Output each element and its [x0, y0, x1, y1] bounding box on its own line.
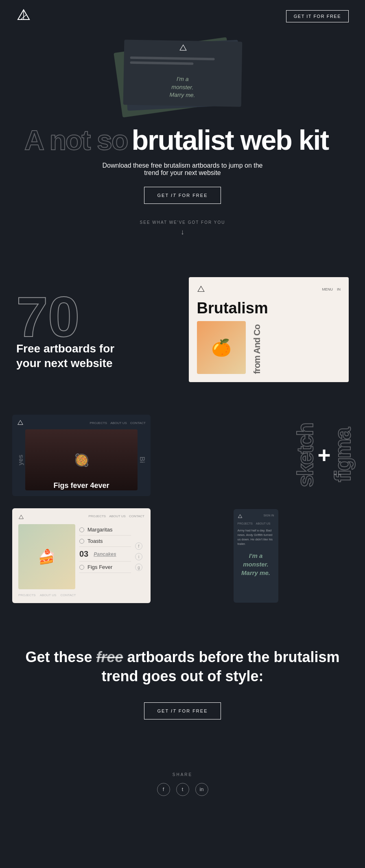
sketch-figma-vertical: sketch: [295, 424, 316, 487]
share-facebook-button[interactable]: f: [157, 783, 170, 796]
food-list-preview-container: PROJECTSABOUT USCONTACT 🍰 Margaritas Toa…: [12, 508, 151, 603]
phone-card-nav: SIGN IN: [263, 514, 274, 519]
section-phone-food: PROJECTSABOUT USCONTACT 🍰 Margaritas Toa…: [0, 504, 365, 615]
food-item-margaritas: Margaritas: [79, 524, 131, 536]
figs-title: Figs fever 4ever: [53, 481, 109, 490]
section-70-right: MENUIN Brutalism 🍊 from And Co: [189, 277, 349, 382]
svg-marker-3: [180, 45, 186, 50]
brutalism-side-text: from And Co: [252, 321, 262, 374]
phone-card: SIGN IN PROJECTS ABOUT US Army had half …: [234, 509, 278, 603]
figs-preview-container: PROJECTSABOUT USCONTACT yes 🥘 Bi Figs fe…: [12, 415, 151, 496]
phone-card-body: Army had half a day. Bad news. Andy Grif…: [238, 528, 274, 547]
food-img-placeholder: 🍰: [18, 524, 75, 589]
hero-title-solid: brutalist web kit: [131, 126, 328, 154]
food-list-body: 🍰 Margaritas Toasts 03 Pancakes: [18, 524, 144, 589]
share-twitter-button[interactable]: t: [176, 783, 189, 796]
see-what-label: SEE WHAT WE'VE GOT FOR YOU: [16, 220, 349, 225]
food-radio-4: [79, 565, 84, 570]
food-list-nav: PROJECTSABOUT USCONTACT: [89, 514, 145, 520]
hero-mockup: I'm amonster.Marry me. I'm amonster.Marr…: [118, 41, 248, 114]
food-item-pancakes-label: Pancakes: [94, 551, 116, 557]
food-side-icons: f i g: [135, 524, 144, 589]
food-item-toasts: Toasts: [79, 536, 131, 547]
svg-marker-5: [18, 420, 23, 425]
section-figs: PROJECTSABOUT USCONTACT yes 🥘 Bi Figs fe…: [0, 407, 365, 504]
figs-logo: [17, 420, 24, 426]
brutalism-preview: MENUIN Brutalism 🍊 from And Co: [189, 277, 349, 382]
brutalism-preview-img: 🍊: [197, 321, 246, 374]
twitter-icon: t: [182, 786, 184, 792]
food-number: 03: [79, 549, 88, 559]
arrow-down: ↓: [16, 228, 349, 236]
food-list-preview: PROJECTSABOUT USCONTACT 🍰 Margaritas Toa…: [12, 508, 151, 603]
section-70-left: 70 Free artboards for your next website: [16, 289, 177, 371]
brutalism-preview-title: Brutalism: [197, 300, 341, 317]
food-side-icon-2: i: [135, 553, 142, 560]
bottom-cta-section: Get these free artboards before the brut…: [0, 615, 365, 764]
food-footer-nav: PROJECTSABOUT USCONTACT: [18, 593, 144, 597]
linkedin-icon: in: [199, 786, 203, 792]
hero-cta-it: IT: [171, 193, 177, 198]
svg-marker-4: [198, 286, 204, 291]
share-linkedin-button[interactable]: in: [195, 783, 208, 796]
logo: [16, 8, 31, 24]
facebook-icon: f: [163, 786, 164, 792]
bottom-cta-free: free: [96, 649, 123, 665]
food-list-logo: [18, 514, 24, 520]
figs-right-letters: Bi: [138, 457, 146, 463]
hero-section: I'm amonster.Marry me. I'm amonster.Marr…: [0, 33, 365, 253]
big-number: 70: [16, 289, 177, 345]
share-section: SHARE f t in: [0, 764, 365, 812]
svg-marker-6: [19, 515, 24, 519]
food-list-header: PROJECTSABOUT USCONTACT: [18, 514, 144, 520]
mockup-card-front: I'm amonster.Marry me.: [123, 39, 242, 107]
hero-cta-button[interactable]: GET IT FOR FREE: [144, 187, 221, 204]
food-items-list: Margaritas Toasts 03 Pancakes Figs Fever: [79, 524, 131, 589]
figs-nav: PROJECTSABOUT USCONTACT: [90, 421, 146, 425]
header: GET IT FOR FREE: [0, 0, 365, 33]
hero-subtitle: Download these free brutalism artboards …: [101, 162, 264, 177]
bottom-cta-it: IT: [171, 708, 177, 713]
bottom-cta-button[interactable]: GET IT FOR FREE: [144, 702, 221, 719]
share-label: SHARE: [16, 772, 349, 777]
food-item-pancakes: 03 Pancakes: [79, 547, 131, 562]
food-side-icon-1: f: [135, 542, 142, 550]
plus-symbol: +: [317, 444, 330, 466]
phone-card-italic: I'm a monster. Marry me.: [238, 551, 274, 577]
section-70: 70 Free artboards for your next website …: [0, 253, 365, 407]
svg-marker-7: [238, 514, 242, 518]
phone-card-logo: [238, 514, 243, 519]
figs-preview: PROJECTSABOUT USCONTACT yes 🥘 Bi Figs fe…: [12, 415, 151, 496]
phone-card-links: PROJECTS ABOUT US: [238, 522, 274, 525]
food-radio-2: [79, 539, 84, 544]
figma-text-group: figma: [333, 429, 353, 482]
share-icons: f t in: [16, 783, 349, 796]
food-side-icon-3: g: [135, 564, 142, 571]
section-70-desc: Free artboards for your next website: [16, 341, 177, 371]
food-item-figs: Figs Fever: [79, 562, 131, 573]
brutalism-nav: MENUIN: [322, 287, 341, 291]
header-cta-button[interactable]: GET IT FOR FREE: [286, 10, 349, 22]
phone-card-top: SIGN IN: [238, 514, 274, 519]
sketch-text: sketch: [295, 424, 316, 487]
hero-title-outline: A not so: [24, 126, 127, 154]
figs-left-letters: yes: [17, 455, 24, 466]
hero-title-container: A not so brutalist web kit: [16, 126, 349, 154]
food-radio-1: [79, 527, 84, 532]
figma-text: figma: [333, 429, 353, 482]
sketch-figma-section: sketch + figma: [159, 415, 353, 496]
phone-card-container: SIGN IN PROJECTS ABOUT US Army had half …: [159, 509, 353, 603]
bottom-cta-title: Get these free artboards before the brut…: [16, 648, 349, 686]
